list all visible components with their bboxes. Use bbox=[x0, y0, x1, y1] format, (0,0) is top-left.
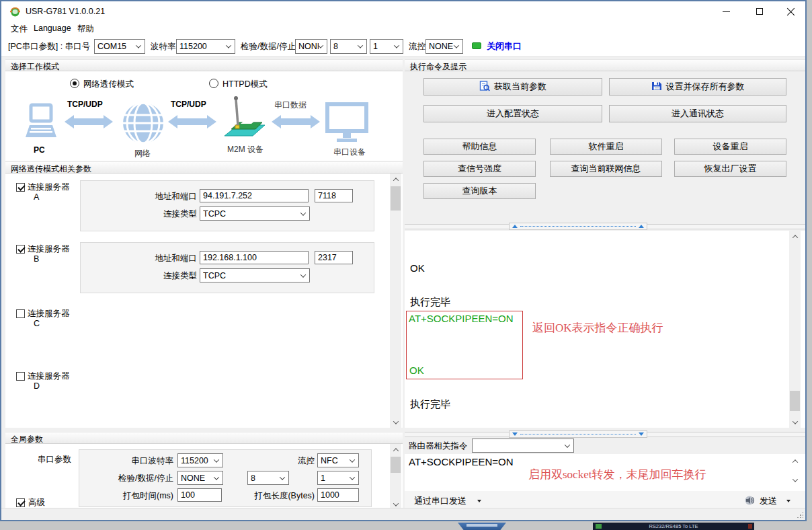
app-icon bbox=[9, 6, 21, 20]
log-command: AT+SOCKPIPEEN=ON bbox=[409, 313, 514, 324]
scrollbar-thumb[interactable] bbox=[391, 186, 401, 211]
flow-select[interactable]: NONE bbox=[425, 39, 463, 54]
g-baud-select[interactable]: 115200 bbox=[177, 453, 223, 467]
g-stopbits-select[interactable]: 1 bbox=[317, 471, 359, 485]
packlen-input[interactable]: 1000 bbox=[317, 488, 359, 502]
baud-select[interactable]: 115200 bbox=[176, 39, 235, 54]
scroll-up-button[interactable] bbox=[390, 444, 401, 455]
save-params-button[interactable]: 设置并保存所有参数 bbox=[609, 78, 786, 96]
server-a-port-input[interactable]: 7118 bbox=[315, 189, 353, 202]
net-mode-radio[interactable] bbox=[70, 79, 79, 88]
send-bar: 通过串口发送 发送 bbox=[405, 491, 805, 510]
conn-type-label: 连接类型 bbox=[133, 271, 197, 281]
device-restart-button[interactable]: 设备重启 bbox=[674, 139, 786, 155]
collapse-up-icon bbox=[639, 225, 644, 228]
pc-laptop-icon bbox=[20, 102, 62, 147]
parity-select[interactable]: NONI bbox=[295, 39, 327, 54]
menu-language[interactable]: Language bbox=[34, 24, 71, 33]
dropdown-arrow-icon[interactable] bbox=[786, 500, 790, 502]
parity-label: 检验/数据/停止 bbox=[241, 42, 296, 52]
query-version-button[interactable]: 查询版本 bbox=[423, 183, 536, 199]
enter-comm-button[interactable]: 进入通讯状态 bbox=[609, 105, 786, 122]
minimize-icon bbox=[723, 11, 730, 12]
close-button[interactable] bbox=[776, 1, 805, 22]
scroll-up-button[interactable] bbox=[789, 455, 801, 467]
log-line: 执行完毕 bbox=[410, 296, 450, 309]
get-params-icon bbox=[479, 81, 490, 93]
network-globe-icon bbox=[121, 101, 165, 148]
databits-select[interactable]: 8 bbox=[330, 39, 367, 54]
send-textarea[interactable]: AT+SOCKPIPEEN=ON 启用双socket转发，末尾加回车换行 bbox=[405, 454, 805, 491]
send-via-dropdown[interactable]: 通过串口发送 bbox=[414, 496, 466, 506]
port-status-led-icon bbox=[472, 42, 481, 49]
server-a-checkbox[interactable] bbox=[16, 183, 25, 192]
minimize-button[interactable] bbox=[711, 1, 741, 22]
splitter-handle-top[interactable] bbox=[509, 223, 647, 230]
advanced-checkbox[interactable] bbox=[16, 498, 25, 507]
dropdown-arrow-icon[interactable] bbox=[477, 500, 481, 502]
serial-toolbar: [PC串口参数] : 串口号 COM15 波特率 115200 检验/数据/停止… bbox=[1, 36, 805, 57]
title-bar[interactable]: USR-G781 V1.0.0.21 bbox=[1, 1, 805, 22]
scroll-up-button[interactable] bbox=[390, 174, 401, 185]
soft-restart-button[interactable]: 软件重启 bbox=[550, 139, 662, 155]
server-a-type-select[interactable]: TCPC bbox=[200, 206, 310, 221]
command-panel-header: 执行命令及提示 bbox=[405, 59, 805, 71]
scroll-down-button[interactable] bbox=[390, 416, 401, 428]
httpd-mode-label[interactable]: HTTPD模式 bbox=[222, 79, 268, 89]
chevron-down-icon bbox=[136, 42, 141, 48]
resize-grip[interactable] bbox=[797, 511, 803, 518]
packtime-input[interactable]: 100 bbox=[177, 488, 222, 502]
help-info-button[interactable]: 帮助信息 bbox=[423, 139, 536, 155]
scrollbar-thumb[interactable] bbox=[790, 391, 800, 411]
g-baud-label: 串口波特率 bbox=[106, 456, 173, 466]
baud-label: 波特率 bbox=[151, 42, 176, 52]
scroll-down-button[interactable] bbox=[789, 416, 801, 428]
g-databits-select[interactable]: 8 bbox=[247, 471, 289, 485]
pc-serial-label: [PC串口参数] : 串口号 bbox=[8, 42, 90, 52]
app-window: USR-G781 V1.0.0.21 文件 Language 帮助 [PC串口参… bbox=[0, 0, 807, 521]
serial-device-monitor-icon bbox=[325, 102, 370, 147]
scroll-down-button[interactable] bbox=[789, 474, 801, 486]
menu-file[interactable]: 文件 bbox=[11, 24, 28, 35]
g-parity-select[interactable]: NONE bbox=[177, 471, 223, 485]
com-port-select[interactable]: COM15 bbox=[94, 39, 145, 54]
scrollbar-thumb[interactable] bbox=[391, 457, 401, 473]
net-mode-label[interactable]: 网络透传模式 bbox=[83, 79, 134, 89]
window-title: USR-G781 V1.0.0.21 bbox=[26, 7, 105, 16]
router-cmd-select[interactable] bbox=[472, 439, 574, 453]
log-output-area[interactable]: OK 执行完毕 AT+SOCKPIPEEN=ON OK 返回OK表示指令正确执行… bbox=[405, 231, 805, 428]
stopbits-select[interactable]: 1 bbox=[370, 39, 403, 54]
httpd-mode-radio[interactable] bbox=[209, 79, 218, 88]
server-b-checkbox[interactable] bbox=[16, 245, 25, 254]
signal-strength-button[interactable]: 查信号强度 bbox=[423, 161, 536, 177]
server-a-address-input[interactable]: 94.191.7.252 bbox=[200, 189, 309, 202]
chevron-down-icon bbox=[565, 442, 570, 447]
desktop-strip: RS232/RS485 To LTE bbox=[0, 521, 812, 530]
send-button[interactable]: 发送 bbox=[760, 496, 777, 506]
get-params-button[interactable]: 获取当前参数 bbox=[423, 78, 602, 96]
server-b-type-select[interactable]: TCPC bbox=[200, 268, 310, 282]
log-scrollbar[interactable] bbox=[789, 231, 801, 428]
menu-help[interactable]: 帮助 bbox=[77, 24, 94, 35]
server-d-checkbox[interactable] bbox=[16, 372, 25, 381]
server-c-checkbox[interactable] bbox=[16, 309, 25, 318]
send-command-text: AT+SOCKPIPEEN=ON bbox=[409, 456, 514, 467]
enter-config-button[interactable]: 进入配置状态 bbox=[423, 105, 602, 122]
advanced-label[interactable]: 高级 bbox=[28, 498, 45, 508]
server-b-port-input[interactable]: 2317 bbox=[315, 251, 353, 264]
splitter-handle-bottom[interactable] bbox=[509, 430, 647, 438]
chevron-down-icon bbox=[300, 272, 306, 277]
net-info-button[interactable]: 查询当前联网信息 bbox=[550, 161, 662, 177]
server-b-address-input[interactable]: 192.168.1.100 bbox=[200, 251, 309, 264]
g-flow-select[interactable]: NFC bbox=[317, 453, 359, 467]
close-port-link[interactable]: 关闭串口 bbox=[487, 40, 522, 52]
factory-reset-button[interactable]: 恢复出厂设置 bbox=[674, 161, 786, 177]
maximize-button[interactable] bbox=[745, 1, 774, 22]
chevron-down-icon bbox=[393, 418, 398, 424]
net-params-scrollbar[interactable] bbox=[390, 174, 401, 428]
diagram-link2-label: TCP/UDP bbox=[171, 100, 206, 109]
global-params-scrollbar[interactable] bbox=[390, 444, 401, 510]
banner-green-chip bbox=[596, 524, 602, 529]
scroll-up-button[interactable] bbox=[789, 231, 801, 242]
addr-port-label: 地址和端口 bbox=[133, 192, 197, 202]
